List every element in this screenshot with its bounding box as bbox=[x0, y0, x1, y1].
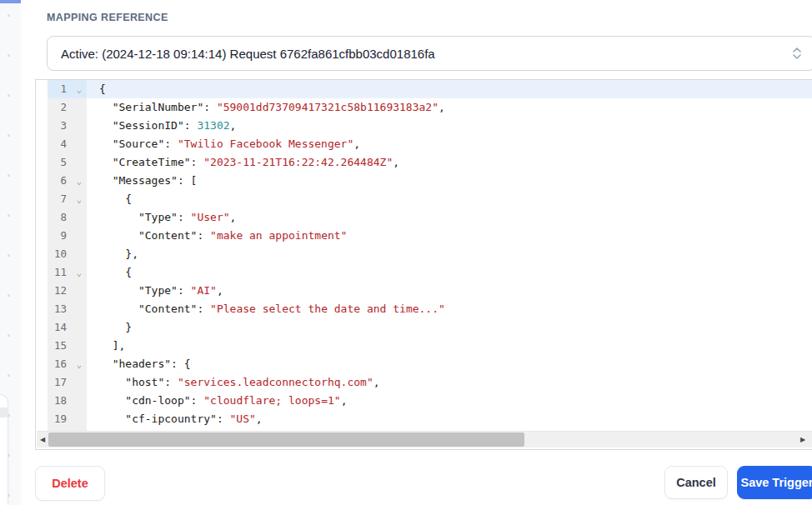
code-line[interactable]: 8 "Type": "User", bbox=[48, 208, 812, 227]
canvas-dot bbox=[8, 254, 10, 257]
code-line-text: { bbox=[87, 80, 106, 98]
line-number: 8 bbox=[48, 208, 87, 227]
editor-horizontal-scrollbar[interactable]: ◀ ▶ bbox=[37, 431, 812, 448]
code-line[interactable]: 15 ], bbox=[48, 337, 812, 355]
save-trigger-button[interactable]: Save Trigger bbox=[737, 466, 812, 499]
code-rows: 1⌄{2 "SerialNumber": "59001dd73709417321… bbox=[36, 80, 812, 449]
code-line[interactable]: 5 "CreateTime": "2023-11-21T16:22:42.264… bbox=[48, 153, 812, 172]
code-line-text: "Type": "AI", bbox=[87, 282, 223, 300]
fold-arrow-icon[interactable]: ⌄ bbox=[76, 191, 82, 209]
scroll-left-arrow-icon[interactable]: ◀ bbox=[37, 432, 48, 448]
line-number: 13 bbox=[48, 300, 87, 318]
canvas-dot bbox=[8, 54, 10, 57]
code-line[interactable]: 13 "Content": "Please select the date an… bbox=[48, 300, 812, 318]
code-line-text: "SessionID": 31302, bbox=[87, 117, 236, 135]
mapping-reference-select[interactable]: Active: (2024-12-18 09:14:14) Request 67… bbox=[47, 36, 812, 71]
line-number: 6⌄ bbox=[48, 172, 87, 190]
fold-arrow-icon[interactable]: ⌄ bbox=[76, 264, 82, 282]
code-line-text: } bbox=[87, 318, 132, 337]
line-number: 2 bbox=[48, 98, 87, 117]
background-card-chip bbox=[0, 408, 8, 418]
fold-arrow-icon[interactable]: ⌄ bbox=[76, 356, 82, 374]
code-line-text: "host": "services.leadconnectorhq.com", bbox=[87, 373, 380, 392]
trigger-settings-panel: MAPPING REFERENCE Active: (2024-12-18 09… bbox=[21, 0, 812, 505]
code-line-text: "CreateTime": "2023-11-21T16:22:42.26448… bbox=[87, 153, 399, 172]
scrollbar-thumb[interactable] bbox=[48, 432, 524, 447]
code-line[interactable]: 16⌄ "headers": { bbox=[48, 355, 812, 373]
line-number: 11⌄ bbox=[48, 263, 87, 282]
code-line-text: "Content": "Please select the date and t… bbox=[87, 300, 445, 318]
json-code-editor[interactable]: 1⌄{2 "SerialNumber": "59001dd73709417321… bbox=[35, 79, 812, 450]
code-line-text: "Source": "Twilio Facebook Messenger", bbox=[87, 135, 360, 153]
code-line[interactable]: 7⌄ { bbox=[48, 190, 812, 208]
line-number: 10 bbox=[48, 245, 87, 263]
code-line-text: }, bbox=[87, 245, 138, 263]
code-line[interactable]: 3 "SessionID": 31302, bbox=[48, 117, 812, 135]
select-chevrons-icon bbox=[793, 47, 801, 60]
code-line[interactable]: 2 "SerialNumber": "59001dd73709417321c58… bbox=[48, 98, 812, 117]
canvas-dot bbox=[8, 14, 10, 17]
code-line[interactable]: 17 "host": "services.leadconnectorhq.com… bbox=[48, 373, 812, 392]
line-number: 5 bbox=[48, 153, 87, 172]
line-number: 9 bbox=[48, 227, 87, 245]
mapping-reference-label: MAPPING REFERENCE bbox=[47, 12, 168, 23]
canvas-dot bbox=[8, 374, 10, 377]
line-number: 7⌄ bbox=[48, 190, 87, 208]
canvas-dot bbox=[8, 294, 10, 297]
code-line[interactable]: 12 "Type": "AI", bbox=[48, 282, 812, 300]
line-number: 1⌄ bbox=[48, 80, 87, 98]
line-number: 15 bbox=[48, 337, 87, 355]
scroll-right-arrow-icon[interactable]: ▶ bbox=[797, 432, 809, 448]
line-number: 12 bbox=[48, 282, 87, 300]
code-line-text: "Messages": [ bbox=[87, 172, 197, 190]
code-line-text: "headers": { bbox=[87, 355, 191, 373]
mapping-reference-selected-value: Active: (2024-12-18 09:14:14) Request 67… bbox=[48, 47, 435, 61]
code-line[interactable]: 10 }, bbox=[48, 245, 812, 263]
canvas-dot bbox=[8, 134, 10, 137]
line-number: 19 bbox=[48, 410, 87, 428]
code-line-text: { bbox=[87, 263, 132, 282]
code-line[interactable]: 11⌄ { bbox=[48, 263, 812, 282]
cancel-button[interactable]: Cancel bbox=[664, 466, 728, 499]
code-line[interactable]: 18 "cdn-loop": "cloudflare; loops=1", bbox=[48, 392, 812, 410]
line-number: 18 bbox=[48, 392, 87, 410]
line-number: 17 bbox=[48, 373, 87, 392]
fold-arrow-icon[interactable]: ⌄ bbox=[76, 172, 82, 191]
code-line-text: "cdn-loop": "cloudflare; loops=1", bbox=[87, 392, 347, 410]
line-number: 14 bbox=[48, 318, 87, 337]
code-line[interactable]: 6⌄ "Messages": [ bbox=[48, 172, 812, 190]
fold-arrow-icon[interactable]: ⌄ bbox=[76, 81, 82, 99]
code-line-text: { bbox=[87, 190, 132, 208]
canvas-dot bbox=[8, 174, 10, 177]
canvas-dot bbox=[8, 334, 10, 337]
code-line[interactable]: 1⌄{ bbox=[48, 80, 812, 98]
line-number: 16⌄ bbox=[48, 355, 87, 373]
line-number: 3 bbox=[48, 117, 87, 135]
code-line[interactable]: 14 } bbox=[48, 318, 812, 337]
code-line-text: ], bbox=[87, 337, 125, 355]
code-line[interactable]: 9 "Content": "make an appointment" bbox=[48, 227, 812, 245]
workflow-trigger-panel-screen: { "header": { "label": "MAPPING REFERENC… bbox=[0, 0, 812, 505]
code-line-text: "Type": "User", bbox=[87, 208, 236, 227]
code-line[interactable]: 4 "Source": "Twilio Facebook Messenger", bbox=[48, 135, 812, 153]
line-number: 4 bbox=[48, 135, 87, 153]
code-line-text: "Content": "make an appointment" bbox=[87, 227, 347, 245]
delete-button[interactable]: Delete bbox=[35, 466, 105, 501]
code-line[interactable]: 19 "cf-ipcountry": "US", bbox=[48, 410, 812, 428]
code-line-text: "SerialNumber": "59001dd73709417321c58b1… bbox=[87, 98, 445, 117]
canvas-dot bbox=[8, 94, 10, 97]
canvas-dot bbox=[8, 214, 10, 217]
code-line-text: "cf-ipcountry": "US", bbox=[87, 410, 263, 428]
